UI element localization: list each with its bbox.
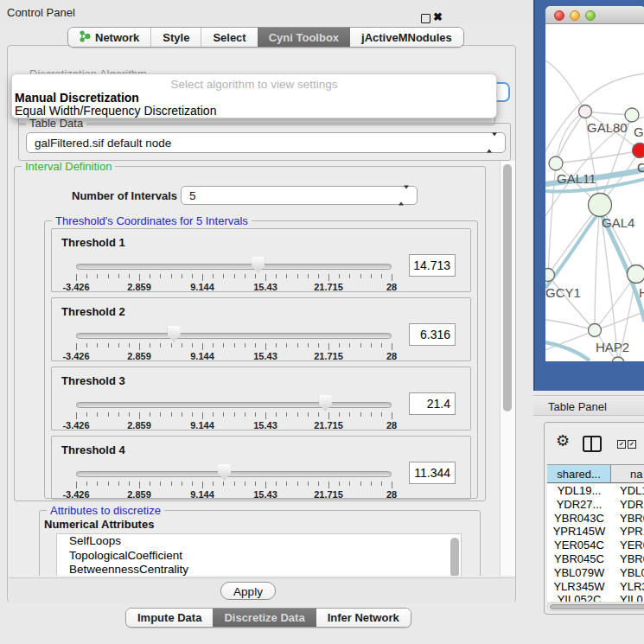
table-row[interactable]: YBR043CYBR0: [547, 512, 644, 526]
cell-name: YPR1: [611, 525, 644, 539]
table-data-group: Table Data galFiltered.sif default node: [18, 123, 511, 161]
attribute-item-betweennesscentrality[interactable]: BetweennessCentrality: [57, 563, 461, 576]
interval-definition-title: Interval Definition: [22, 161, 115, 173]
network-canvas[interactable]: GAL80GACGAL11GAL4GCY1HHAP2: [545, 24, 644, 361]
slider-ticks: [76, 343, 392, 351]
attributes-title: Attributes to discretize: [47, 504, 164, 517]
table-row[interactable]: YBR045CYBR0: [547, 552, 644, 566]
close-traffic-light[interactable]: [554, 10, 564, 21]
checkbox-icon[interactable]: ✓: [617, 440, 626, 449]
apply-button[interactable]: Apply: [220, 582, 276, 600]
panel-title: Control Panel: [7, 6, 75, 19]
table-row[interactable]: YIL052CYIL0: [547, 593, 644, 602]
cell-shared-name: YBR045C: [547, 552, 611, 566]
network-node-hap2[interactable]: [589, 324, 602, 337]
checkbox-icon[interactable]: ✓: [628, 440, 636, 449]
tab-style[interactable]: Style: [150, 28, 201, 47]
screenshot-root: Control Panel ✖ NetworkStyleSelectCyni T…: [0, 0, 644, 644]
threshold-value-field[interactable]: 14.713: [409, 254, 456, 277]
number-of-intervals-value: 5: [189, 189, 196, 202]
minimize-traffic-light[interactable]: [570, 10, 580, 21]
slider-thumb[interactable]: [218, 464, 231, 481]
toolbox-tab-bar: NetworkStyleSelectCyni ToolboxjActiveMNo…: [67, 27, 464, 48]
slider-track[interactable]: [76, 264, 392, 270]
node-label: HAP2: [596, 340, 629, 354]
table-row[interactable]: YER054CYER0: [547, 539, 644, 552]
tab-label: Select: [213, 31, 245, 44]
table-panel-body: ⚙ ✓ ✓ shared...na YDL19...YDL1YDR27...YD…: [544, 422, 644, 615]
node-label: GAL4: [602, 215, 634, 230]
slider-ticks: [76, 412, 392, 420]
table-row[interactable]: YDL19...YDL1: [547, 484, 644, 498]
table-hscrollbar-track[interactable]: [547, 603, 644, 611]
network-node-gal80[interactable]: [579, 105, 592, 118]
table-row[interactable]: YDR27...YDR2: [547, 498, 644, 512]
number-of-intervals-label: Number of Intervals: [72, 189, 177, 202]
threshold-block-2: Threshold 2-3.4262.8599.14415.4321.71528…: [51, 297, 471, 361]
numerical-attributes-list[interactable]: SelfLoopsTopologicalCoefficientBetweenne…: [56, 533, 462, 576]
zoom-traffic-light[interactable]: [585, 10, 596, 21]
tab-cyni-toolbox[interactable]: Cyni Toolbox: [258, 28, 350, 47]
table-hscrollbar-thumb[interactable]: [550, 604, 644, 609]
table-row[interactable]: YLR345WYLR3: [547, 580, 644, 594]
settings-scroll-area: Interval Definition Number of Intervals …: [12, 161, 500, 576]
slider-thumb[interactable]: [168, 326, 181, 342]
tab-discretize-data[interactable]: Discretize Data: [213, 609, 316, 627]
network-node-gal11[interactable]: [549, 156, 563, 170]
threshold-value-field[interactable]: 11.344: [409, 462, 456, 484]
threshold-label: Threshold 3: [61, 374, 125, 387]
list-scrollbar[interactable]: [450, 538, 459, 576]
column-header-shared-[interactable]: shared...: [547, 465, 611, 482]
panel-scrollbar-thumb[interactable]: [503, 164, 512, 411]
threshold-value-field[interactable]: 6.316: [409, 323, 456, 346]
slider-track[interactable]: [76, 402, 392, 408]
table-row[interactable]: YBL079WYBL0: [547, 566, 644, 580]
close-icon[interactable]: ✖: [433, 10, 443, 23]
tab-impute-data[interactable]: Impute Data: [126, 609, 213, 627]
threshold-label: Threshold 1: [61, 236, 125, 249]
thresholds-group: Threshold's Coordinates for 5 Intervals …: [44, 220, 478, 499]
control-panel-titlebar: Control Panel ✖: [0, 0, 536, 24]
slider-thumb[interactable]: [319, 395, 332, 411]
gear-icon[interactable]: ⚙: [556, 433, 570, 449]
columns-icon[interactable]: [583, 436, 602, 452]
slider-track[interactable]: [76, 471, 392, 477]
attribute-item-selfloops[interactable]: SelfLoops: [57, 534, 461, 549]
algorithm-option-manual-discretization[interactable]: Manual Discretization: [15, 91, 139, 105]
column-header-na[interactable]: na: [611, 465, 644, 482]
tab-label: Discretize Data: [224, 611, 304, 624]
tab-infer-network[interactable]: Infer Network: [316, 609, 411, 627]
table-row[interactable]: YPR145WYPR1: [547, 525, 644, 539]
number-of-intervals-select[interactable]: 5: [181, 186, 418, 205]
slider-tick-labels: -3.4262.8599.14415.4321.71528: [76, 489, 392, 500]
threshold-label: Threshold 4: [61, 443, 125, 456]
tab-jactivemnodules[interactable]: jActiveMNodules: [350, 28, 463, 47]
network-node-h[interactable]: [628, 265, 644, 284]
slider-thumb[interactable]: [252, 257, 265, 273]
network-node-c[interactable]: [633, 143, 644, 158]
table-data-select[interactable]: galFiltered.sif default node: [26, 132, 506, 153]
panel-scrollbar-track[interactable]: [500, 161, 515, 576]
network-icon: [80, 30, 91, 45]
network-node-gcy1[interactable]: [545, 269, 555, 282]
algorithm-dropdown-popup: Select algorithm to view settings Manual…: [11, 73, 497, 118]
algorithm-option-equal-width-frequency-discretization[interactable]: Equal Width/Frequency Discretization: [15, 104, 216, 118]
float-window-icon[interactable]: [421, 14, 430, 23]
tab-label: Style: [163, 31, 189, 44]
cell-shared-name: YER054C: [547, 539, 611, 552]
tab-network[interactable]: Network: [68, 28, 150, 47]
threshold-block-3: Threshold 3-3.4262.8599.14415.4321.71528…: [51, 367, 471, 430]
threshold-block-4: Threshold 4-3.4262.8599.14415.4321.71528…: [51, 436, 471, 500]
threshold-value-field[interactable]: 21.4: [409, 392, 456, 415]
network-node-ga[interactable]: [625, 108, 639, 122]
tab-select[interactable]: Select: [201, 28, 257, 47]
slider-track[interactable]: [76, 333, 392, 339]
slider-ticks: [76, 274, 392, 282]
attribute-item-topologicalcoefficient[interactable]: TopologicalCoefficient: [57, 549, 461, 564]
table-panel-title: Table Panel: [548, 400, 607, 413]
table-panel-titlebar: Table Panel: [533, 395, 644, 416]
cell-name: YBR0: [611, 552, 644, 566]
network-node-gal4[interactable]: [589, 194, 612, 217]
network-view-window: GAL80GACGAL11GAL4GCY1HHAP2: [545, 6, 644, 361]
cell-shared-name: YIL052C: [547, 593, 611, 602]
